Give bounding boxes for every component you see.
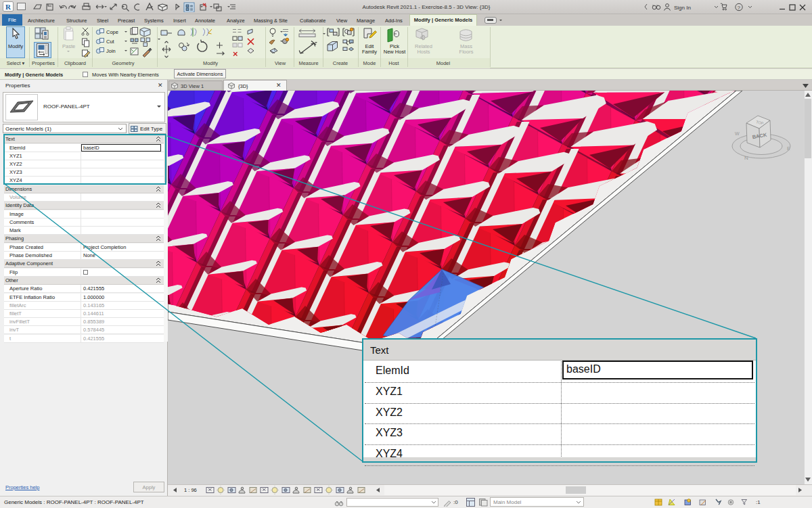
svg-text:W: W [735,131,740,136]
svg-text:N: N [744,155,748,161]
svg-text:E: E [787,146,790,151]
svg-text:?: ? [738,5,741,11]
svg-text:Sign In: Sign In [674,5,691,11]
